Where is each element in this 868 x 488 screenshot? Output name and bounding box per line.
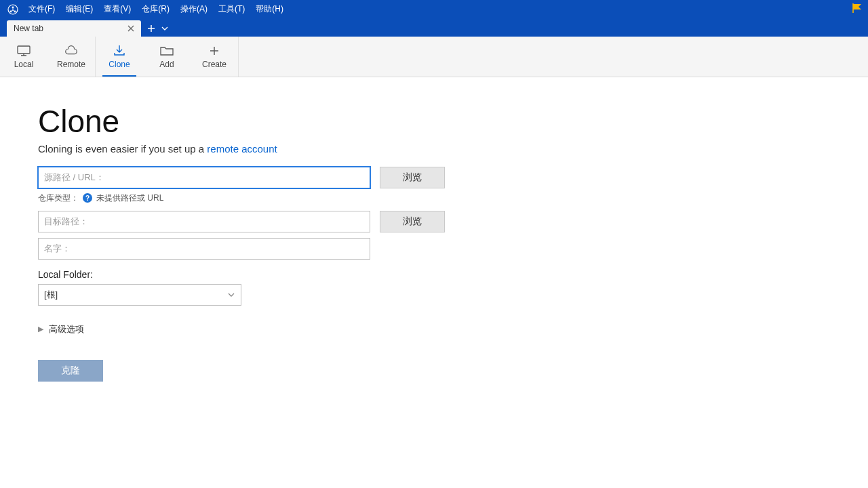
repo-type-label: 仓库类型： [38, 192, 79, 204]
browse-destination-button[interactable]: 浏览 [380, 211, 445, 232]
toolbar-remote-button[interactable]: Remote [47, 37, 95, 77]
info-icon: ? [83, 193, 92, 203]
clone-form: 浏览 仓库类型： ? 未提供路径或 URL 浏览 Local Folder: [… [38, 167, 445, 382]
local-folder-label: Local Folder: [38, 269, 445, 280]
subtitle-text: Cloning is even easier if you set up a [38, 143, 207, 155]
tabbar: New tab [0, 18, 868, 37]
name-input[interactable] [38, 238, 370, 260]
svg-point-3 [14, 10, 16, 12]
menu-view[interactable]: 查看(V) [98, 1, 136, 18]
advanced-label: 高级选项 [49, 323, 84, 336]
menubar: 文件(F) 编辑(E) 查看(V) 仓库(R) 操作(A) 工具(T) 帮助(H… [0, 0, 868, 18]
toolbar-add-button[interactable]: Add [143, 37, 191, 77]
page-subtitle: Cloning is even easier if you set up a r… [38, 143, 868, 155]
toolbar-label: Create [202, 60, 226, 69]
browse-source-button[interactable]: 浏览 [380, 167, 445, 188]
menu-tools[interactable]: 工具(T) [213, 1, 250, 18]
tab-new[interactable]: New tab [7, 20, 141, 37]
clone-submit-button[interactable]: 克隆 [38, 360, 103, 382]
menu-help[interactable]: 帮助(H) [250, 1, 289, 18]
toolbar-label: Clone [108, 60, 130, 69]
plus-icon [207, 45, 222, 57]
toolbar-clone-button[interactable]: Clone [96, 37, 143, 77]
remote-account-link[interactable]: remote account [207, 143, 277, 155]
menu-repo[interactable]: 仓库(R) [136, 1, 175, 18]
repo-type-line: 仓库类型： ? 未提供路径或 URL [38, 192, 445, 204]
tab-close-icon[interactable] [126, 24, 136, 33]
advanced-options-toggle[interactable]: ▶ 高级选项 [38, 323, 445, 336]
download-icon [112, 45, 127, 57]
app-logo-icon [7, 3, 19, 16]
toolbar: Local Remote Clone Add Create [0, 37, 868, 77]
svg-point-1 [12, 6, 14, 8]
menu-file[interactable]: 文件(F) [23, 1, 60, 18]
folder-open-icon [159, 45, 174, 57]
page-title: Clone [38, 104, 868, 139]
notification-flag-icon[interactable] [848, 0, 868, 16]
local-folder-select[interactable]: [根] [38, 284, 241, 306]
chevron-down-icon [227, 289, 235, 300]
repo-type-value: 未提供路径或 URL [96, 192, 163, 204]
menu-edit[interactable]: 编辑(E) [60, 1, 98, 18]
toolbar-create-button[interactable]: Create [191, 37, 238, 77]
menu-action[interactable]: 操作(A) [175, 1, 213, 18]
toolbar-label: Local [14, 60, 34, 69]
cloud-icon [64, 45, 79, 57]
destination-path-input[interactable] [38, 211, 370, 232]
toolbar-local-button[interactable]: Local [0, 37, 47, 77]
tab-dropdown-icon[interactable] [159, 21, 171, 36]
source-url-input[interactable] [38, 167, 370, 188]
toolbar-label: Add [159, 60, 174, 69]
svg-point-2 [10, 10, 12, 12]
clone-panel: Clone Cloning is even easier if you set … [0, 77, 868, 382]
local-folder-value: [根] [44, 289, 58, 301]
chevron-right-icon: ▶ [38, 325, 43, 333]
tab-add-icon[interactable] [144, 21, 159, 36]
monitor-icon [16, 45, 31, 57]
tab-label: New tab [14, 24, 126, 33]
toolbar-label: Remote [57, 60, 85, 69]
svg-rect-4 [18, 46, 30, 54]
